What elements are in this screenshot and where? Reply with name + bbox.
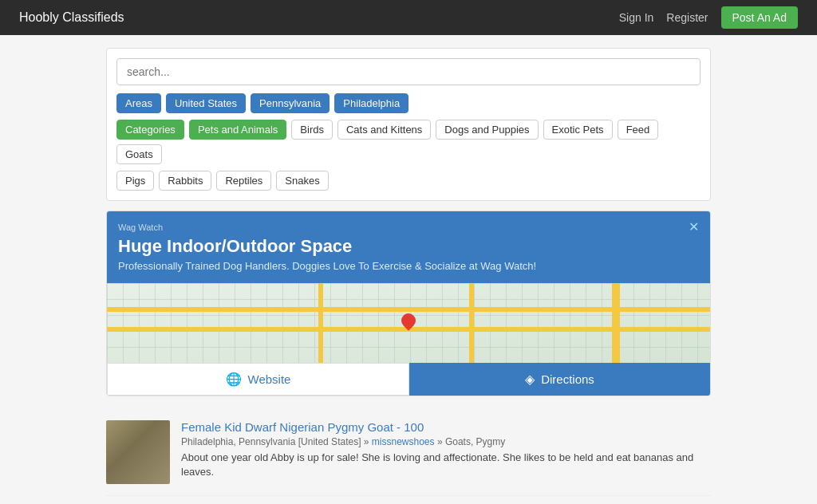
website-button[interactable]: 🌐 Website (107, 363, 409, 396)
map-pin (401, 313, 416, 333)
ad-header: Wag Watch ✕ Huge Indoor/Outdoor Space Pr… (107, 211, 710, 283)
ad-banner: Wag Watch ✕ Huge Indoor/Outdoor Space Pr… (106, 211, 711, 396)
ad-label-row: Wag Watch ✕ (118, 219, 699, 234)
rabbits-tag[interactable]: Rabbits (159, 171, 211, 191)
directions-icon: ◈ (525, 372, 535, 387)
site-title: Hoobly Classifieds (19, 10, 124, 25)
ad-brand-label: Wag Watch (118, 222, 163, 232)
areas-tag[interactable]: Areas (116, 93, 161, 113)
search-input[interactable] (116, 58, 701, 85)
cats-kittens-tag[interactable]: Cats and Kittens (337, 120, 431, 140)
directions-label: Directions (541, 372, 594, 386)
close-icon[interactable]: ✕ (689, 219, 699, 234)
ad-subtitle: Professionally Trained Dog Handlers. Dog… (118, 260, 699, 280)
filter-section: Areas United States Pennsylvania Philade… (106, 48, 711, 201)
thumbnail-image (106, 420, 170, 484)
globe-icon: 🌐 (226, 372, 242, 387)
area-filter-row: Areas United States Pennsylvania Philade… (116, 93, 701, 113)
map-road (318, 283, 323, 363)
listing-meta: Philadelphia, Pennsylvania [United State… (181, 436, 711, 447)
united-states-tag[interactable]: United States (166, 93, 246, 113)
snakes-tag[interactable]: Snakes (276, 171, 328, 191)
categories-tag[interactable]: Categories (116, 120, 184, 140)
map-road (469, 283, 474, 363)
map-highway (612, 283, 620, 363)
pigs-tag[interactable]: Pigs (116, 171, 154, 191)
header: Hoobly Classifieds Sign In Register Post… (0, 0, 817, 35)
website-label: Website (248, 372, 291, 386)
category-filter-row: Categories Pets and Animals Birds Cats a… (116, 120, 701, 164)
directions-button[interactable]: ◈ Directions (409, 363, 710, 396)
register-link[interactable]: Register (666, 11, 708, 24)
goats-tag[interactable]: Goats (116, 144, 162, 164)
dogs-puppies-tag[interactable]: Dogs and Puppies (436, 120, 538, 140)
listing-thumbnail (106, 420, 170, 484)
main-content: Areas United States Pennsylvania Philade… (93, 35, 724, 504)
subcategory-filter-row: Pigs Rabbits Reptiles Snakes (116, 171, 701, 191)
pets-and-animals-tag[interactable]: Pets and Animals (189, 120, 286, 140)
map-area (107, 283, 710, 363)
listing-item: Brown Furry lovable young Llamas for you… (106, 496, 711, 504)
header-nav: Sign In Register Post An Ad (619, 6, 798, 29)
listings-container: Female Kid Dwarf Nigerian Pygmy Goat - 1… (106, 409, 711, 504)
listing-description: About one year old Abby is up for sale! … (181, 451, 711, 479)
pennsylvania-tag[interactable]: Pennsylvania (251, 93, 330, 113)
feed-tag[interactable]: Feed (618, 120, 659, 140)
reptiles-tag[interactable]: Reptiles (216, 171, 271, 191)
philadelphia-tag[interactable]: Philadelphia (334, 93, 408, 113)
birds-tag[interactable]: Birds (291, 120, 333, 140)
listing-item: Female Kid Dwarf Nigerian Pygmy Goat - 1… (106, 409, 711, 496)
listing-details: Female Kid Dwarf Nigerian Pygmy Goat - 1… (181, 420, 711, 484)
sign-in-link[interactable]: Sign In (619, 11, 654, 24)
ad-action-buttons: 🌐 Website ◈ Directions (107, 363, 710, 396)
seller-link[interactable]: missnewshoes (372, 436, 435, 447)
ad-title: Huge Indoor/Outdoor Space (118, 236, 699, 257)
listing-title[interactable]: Female Kid Dwarf Nigerian Pygmy Goat - 1… (181, 420, 711, 434)
exotic-pets-tag[interactable]: Exotic Pets (543, 120, 613, 140)
post-ad-button[interactable]: Post An Ad (721, 6, 799, 29)
